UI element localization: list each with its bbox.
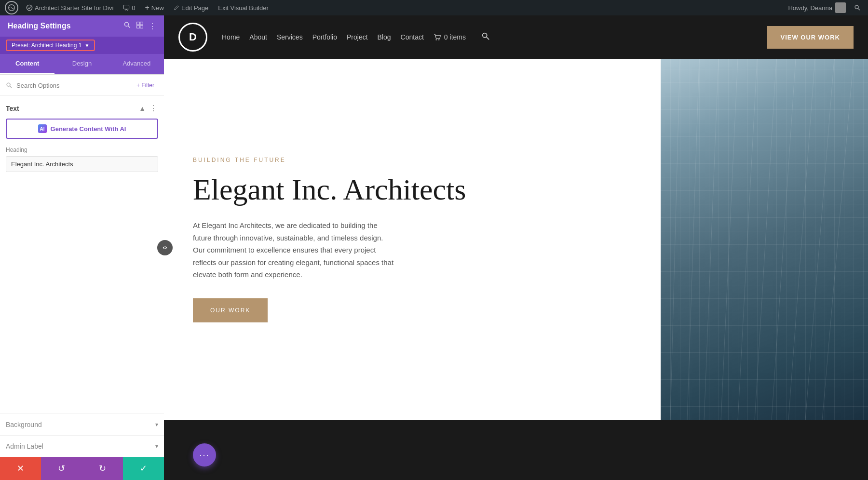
comments-link[interactable]: 0	[119, 0, 139, 15]
new-link[interactable]: + New	[141, 0, 168, 15]
preset-chevron-icon: ▼	[84, 43, 89, 48]
undo-button[interactable]: ↺	[41, 457, 82, 480]
svg-line-14	[687, 59, 699, 420]
edit-page-link[interactable]: Edit Page	[170, 0, 212, 15]
more-options-icon[interactable]: ⋮	[149, 22, 156, 31]
heading-input[interactable]	[6, 156, 158, 172]
nav-links: Home About Services Portfolio Project Bl…	[222, 32, 753, 42]
background-section-header[interactable]: Background ▾	[6, 421, 158, 428]
hero-image	[661, 59, 868, 420]
sidebar-resize-handle[interactable]	[157, 240, 173, 255]
svg-point-9	[7, 83, 10, 86]
text-section-header: Text ▲ ⋮	[6, 104, 158, 113]
hero-description: At Elegant Inc Architects, we are dedica…	[193, 219, 395, 281]
svg-line-19	[772, 59, 796, 420]
admin-search-icon[interactable]	[852, 2, 863, 13]
options-search-bar: + Filter	[0, 75, 164, 96]
nav-home[interactable]: Home	[222, 33, 240, 41]
nav-portfolio[interactable]: Portfolio	[312, 33, 337, 41]
wp-logo-icon[interactable]	[5, 1, 18, 14]
svg-point-1	[27, 5, 32, 10]
admin-label-section-header[interactable]: Admin Label ▾	[6, 442, 158, 450]
hero-content: BUILDING THE FUTURE Elegant Inc. Archite…	[164, 59, 661, 420]
svg-point-10	[435, 39, 436, 40]
hero-section: BUILDING THE FUTURE Elegant Inc. Archite…	[164, 59, 868, 420]
svg-rect-8	[140, 26, 143, 28]
search-options-input[interactable]	[16, 82, 129, 89]
wp-admin-bar: Architect Starter Site for Divi 0 + New …	[0, 0, 868, 15]
view-our-work-cta-button[interactable]: VIEW OUR WORK	[767, 26, 854, 49]
heading-field-label: Heading	[6, 147, 158, 153]
sidebar-bottom-actions: ✕ ↺ ↻ ✓	[0, 457, 164, 480]
text-section-collapse-icon[interactable]: ▲	[139, 105, 146, 112]
tab-design[interactable]: Design	[54, 54, 109, 74]
nav-contact[interactable]: Contact	[401, 33, 424, 41]
tab-advanced[interactable]: Advanced	[109, 54, 164, 74]
settings-search-icon[interactable]	[123, 21, 131, 31]
page-preview-area: D Home About Services Portfolio Project …	[164, 15, 868, 480]
svg-line-13	[670, 59, 680, 420]
background-chevron-icon: ▾	[155, 421, 158, 428]
svg-point-3	[855, 5, 858, 9]
nav-services[interactable]: Services	[277, 33, 303, 41]
svg-rect-5	[137, 22, 140, 25]
background-section-title: Background	[6, 421, 42, 428]
svg-line-16	[721, 59, 738, 420]
nav-about[interactable]: About	[249, 33, 267, 41]
svg-line-22	[822, 59, 854, 420]
svg-rect-2	[124, 5, 129, 9]
text-section-menu-icon[interactable]: ⋮	[149, 104, 158, 113]
search-icon	[6, 82, 13, 89]
site-name-link[interactable]: Architect Starter Site for Divi	[22, 0, 117, 15]
hero-eyebrow-text: BUILDING THE FUTURE	[193, 157, 632, 163]
redo-button[interactable]: ↻	[82, 457, 123, 480]
layout-icon[interactable]	[136, 21, 144, 31]
nav-project[interactable]: Project	[347, 33, 368, 41]
svg-line-21	[805, 59, 834, 420]
save-button[interactable]: ✓	[123, 457, 164, 480]
text-section-title: Text	[6, 105, 19, 112]
tab-content[interactable]: Content	[0, 54, 54, 74]
our-work-hero-button[interactable]: OUR WORK	[193, 298, 268, 322]
exit-builder-link[interactable]: Exit Visual Builder	[214, 0, 272, 15]
sidebar-header: Heading Settings ⋮	[0, 15, 164, 37]
ai-generate-button[interactable]: AI Generate Content With AI	[6, 119, 158, 139]
cart-icon-link[interactable]: 0 items	[434, 33, 466, 41]
admin-label-chevron-icon: ▾	[155, 443, 158, 450]
heading-field-group: Heading	[6, 147, 158, 180]
ai-icon: AI	[38, 124, 47, 133]
svg-rect-7	[137, 26, 140, 28]
sidebar-body: Text ▲ ⋮ AI Generate Content With AI Hea…	[0, 96, 164, 413]
heading-settings-panel: Heading Settings ⋮ Preset: Architect Hea…	[0, 15, 164, 480]
svg-line-20	[788, 59, 815, 420]
svg-line-18	[755, 59, 776, 420]
background-section: Background ▾	[0, 413, 164, 435]
admin-label-section: Admin Label ▾	[0, 435, 164, 457]
fab-dots-icon: ···	[199, 450, 209, 460]
svg-line-17	[738, 59, 757, 420]
preset-selector[interactable]: Preset: Architect Heading 1 ▼	[6, 40, 95, 51]
admin-label-section-title: Admin Label	[6, 442, 43, 450]
site-navigation: D Home About Services Portfolio Project …	[164, 15, 868, 59]
user-avatar	[835, 2, 846, 13]
svg-line-15	[704, 59, 719, 420]
filter-button[interactable]: + Filter	[133, 80, 158, 91]
cancel-button[interactable]: ✕	[0, 457, 41, 480]
svg-point-12	[483, 33, 487, 38]
howdy-user-menu[interactable]: Howdy, Deanna	[784, 0, 850, 15]
svg-rect-6	[140, 22, 143, 25]
svg-point-11	[438, 39, 439, 40]
preset-bar: Preset: Architect Heading 1 ▼	[0, 37, 164, 54]
hero-heading: Elegant Inc. Architects	[193, 173, 632, 206]
sidebar-title: Heading Settings	[8, 22, 71, 30]
site-search-icon[interactable]	[481, 32, 490, 42]
website-preview: D Home About Services Portfolio Project …	[164, 15, 868, 480]
building-lines-svg	[661, 59, 868, 420]
divi-fab-menu-button[interactable]: ···	[193, 443, 216, 467]
nav-blog[interactable]: Blog	[378, 33, 391, 41]
svg-point-4	[124, 22, 128, 26]
site-logo[interactable]: D	[178, 23, 207, 52]
settings-tabs: Content Design Advanced	[0, 54, 164, 75]
